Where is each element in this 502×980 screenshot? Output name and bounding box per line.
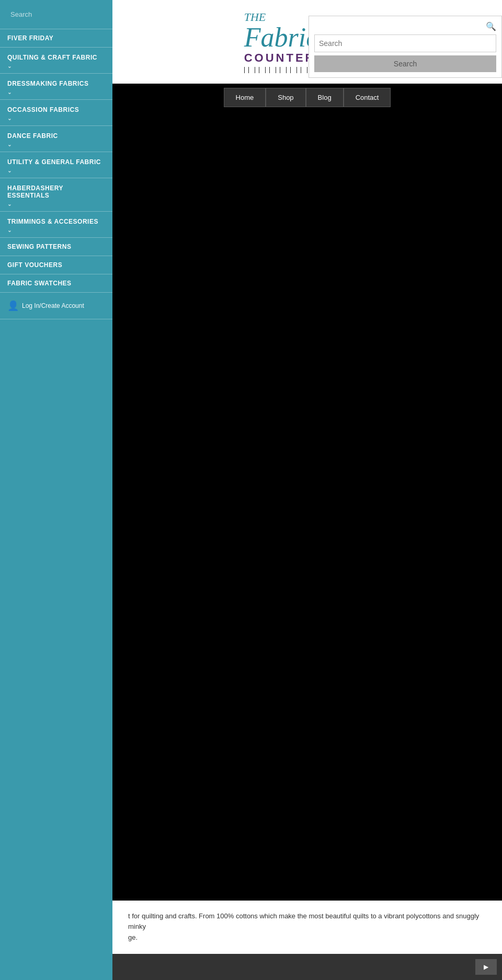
logo-fabric: Fabric	[244, 24, 318, 51]
sidebar: FIVER FRIDAY QUILTING & CRAFT FABRIC ⌄ D…	[0, 0, 112, 980]
sidebar-item-label: TRIMMINGS & ACCESORIES	[7, 218, 105, 225]
user-icon: 👤	[7, 300, 19, 312]
chevron-down-icon: ⌄	[7, 142, 105, 147]
sidebar-item-sewing[interactable]: SEWING PATTERNS	[0, 238, 112, 256]
logo-counter: COUNTER	[244, 51, 318, 65]
search-button[interactable]: Search	[314, 55, 496, 72]
nav-bar: Home Shop Blog Contact	[112, 84, 502, 111]
sidebar-search-input[interactable]	[6, 7, 106, 21]
chevron-down-icon: ⌄	[7, 89, 105, 95]
search-icon: 🔍	[486, 21, 496, 31]
bottom-text-line1: t for quilting and crafts. From 100% cot…	[128, 911, 486, 933]
sidebar-item-label: DANCE FABRIC	[7, 132, 105, 140]
sidebar-item-quilting[interactable]: QUILTING & CRAFT FABRIC ⌄	[0, 48, 112, 74]
sidebar-account[interactable]: 👤 Log In/Create Account	[0, 293, 112, 319]
nav-blog[interactable]: Blog	[306, 88, 344, 107]
bottom-text-line2: ge.	[128, 932, 486, 943]
chevron-down-icon: ⌄	[7, 116, 105, 121]
sidebar-search-area[interactable]	[0, 0, 112, 29]
sidebar-item-dressmaking[interactable]: DRESSMAKING FABRICS ⌄	[0, 74, 112, 100]
bottom-text-area: t for quilting and crafts. From 100% cot…	[112, 901, 502, 954]
hero-content-area	[112, 111, 502, 901]
nav-home[interactable]: Home	[224, 88, 266, 107]
chevron-down-icon: ⌄	[7, 168, 105, 174]
account-label: Log In/Create Account	[22, 302, 84, 309]
search-popup: 🔍 Search	[309, 16, 502, 78]
search-input[interactable]	[314, 34, 496, 52]
sidebar-nav: FIVER FRIDAY QUILTING & CRAFT FABRIC ⌄ D…	[0, 29, 112, 293]
chevron-down-icon: ⌄	[7, 201, 105, 207]
sidebar-item-dance[interactable]: DANCE FABRIC ⌄	[0, 126, 112, 152]
sidebar-item-fiver-friday[interactable]: FIVER FRIDAY	[0, 29, 112, 48]
sidebar-item-label: QUILTING & CRAFT FABRIC	[7, 54, 105, 61]
sidebar-item-label: HABERDASHERY ESSENTIALS	[7, 185, 105, 199]
logo-text: THE Fabric COUNTER	[244, 10, 318, 73]
sidebar-item-label: DRESSMAKING FABRICS	[7, 80, 105, 87]
sidebar-item-gift[interactable]: GIFT VOUCHERS	[0, 256, 112, 274]
nav-contact[interactable]: Contact	[344, 88, 391, 107]
search-popup-icons: 🔍	[314, 21, 496, 31]
sidebar-item-trimmings[interactable]: TRIMMINGS & ACCESORIES ⌄	[0, 212, 112, 238]
bottom-bar: ▶	[112, 954, 502, 980]
sidebar-item-label: OCCASSION FABRICS	[7, 106, 105, 113]
chevron-down-icon: ⌄	[7, 63, 105, 69]
main-content: THE Fabric COUNTER	[112, 0, 502, 980]
sidebar-item-haberdashery[interactable]: HABERDASHERY ESSENTIALS ⌄	[0, 178, 112, 212]
sidebar-item-swatches[interactable]: FABRIC SWATCHES	[0, 274, 112, 293]
chevron-down-icon: ⌄	[7, 227, 105, 233]
sidebar-item-occassion[interactable]: OCCASSION FABRICS ⌄	[0, 100, 112, 126]
sidebar-item-utility[interactable]: UTILITY & GENERAL FABRIC ⌄	[0, 152, 112, 178]
nav-shop[interactable]: Shop	[266, 88, 305, 107]
bottom-bar-button[interactable]: ▶	[475, 959, 497, 975]
sidebar-item-label: UTILITY & GENERAL FABRIC	[7, 158, 105, 166]
logo-ruler	[244, 67, 318, 73]
